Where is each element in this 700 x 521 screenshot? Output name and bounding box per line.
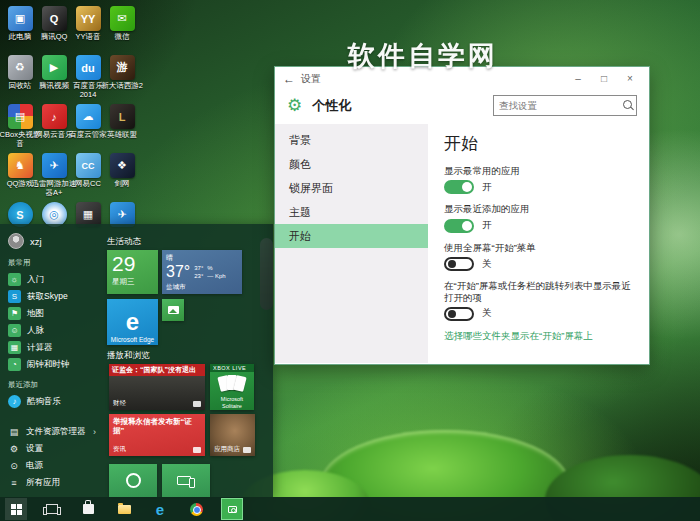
nav-item-start[interactable]: 开始	[275, 224, 428, 248]
footer-item-settings[interactable]: ⚙设置	[8, 440, 96, 457]
menu-item-kugou-music[interactable]: ♪酷狗音乐	[8, 393, 99, 410]
icon-label: 迅雷网游加速器A+	[32, 180, 77, 197]
footer-item-power[interactable]: ⊙电源	[8, 457, 96, 474]
settings-header: ⚙ 个性化	[275, 91, 649, 124]
nav-item-colors[interactable]: 颜色	[275, 152, 428, 176]
menu-item-label: 酷狗音乐	[27, 396, 61, 408]
desktop-icon-recycle-bin[interactable]: ♻回收站	[3, 55, 37, 104]
nav-item-lockscreen[interactable]: 锁屏界面	[275, 176, 428, 200]
desktop-icon-this-pc[interactable]: ▣此电脑	[3, 6, 37, 55]
icon-label: 百度云管家	[69, 131, 107, 140]
baidu-cloud-icon: ☁	[76, 104, 101, 129]
netease-music-icon: ♪	[42, 104, 67, 129]
desktop-icon-netease-music[interactable]: ♪网易云音乐	[37, 104, 71, 153]
netease-cc-icon: CC	[76, 153, 101, 178]
back-arrow-icon[interactable]: ←	[283, 72, 301, 86]
chrome-button[interactable]	[185, 498, 207, 520]
desktop-icon-cbox[interactable]: ▤CBox央视影音	[3, 104, 37, 153]
page-title: 个性化	[312, 97, 351, 115]
jianwang-icon: ❖	[110, 153, 135, 178]
footer-item-file-explorer[interactable]: ▤文件资源管理器›	[8, 423, 96, 440]
kugou-icon: ♪	[8, 395, 21, 408]
menu-item-calculator[interactable]: ▦计算器	[8, 339, 99, 356]
toggle-jumplists[interactable]	[444, 307, 474, 321]
desktop-icon-yy[interactable]: YYYY语音	[71, 6, 105, 55]
close-button[interactable]: ×	[619, 70, 641, 88]
solitaire-cards-icon	[210, 374, 254, 396]
cbox-icon: ▤	[8, 104, 33, 129]
maximize-button[interactable]: □	[593, 70, 615, 88]
choose-folders-link[interactable]: 选择哪些文件夹显示在“开始”屏幕上	[444, 330, 635, 343]
nav-item-themes[interactable]: 主题	[275, 200, 428, 224]
edge-button[interactable]: e	[149, 498, 171, 520]
icon-label: QQ游戏	[7, 180, 34, 189]
menu-item-alarms-clock[interactable]: ◔闹钟和时钟	[8, 356, 99, 373]
desktop-icon-qq[interactable]: Q腾讯QQ	[37, 6, 71, 55]
menu-item-get-skype[interactable]: S获取Skype	[8, 288, 99, 305]
icon-label: 此电脑	[9, 33, 32, 42]
menu-item-label: 闹钟和时钟	[27, 359, 70, 371]
toggle-recently-added[interactable]	[444, 219, 474, 233]
tile-weather[interactable]: 晴 37° 37°23° %— Kph 盐城市	[162, 250, 242, 294]
weather-low: 23°	[194, 272, 203, 280]
tile-photos[interactable]	[162, 299, 184, 321]
start-button[interactable]	[5, 498, 27, 520]
window-title: 设置	[301, 72, 321, 86]
camera-app-button[interactable]	[221, 498, 243, 520]
weather-wind: — Kph	[207, 272, 225, 280]
desktop-icon-lol[interactable]: L英雄联盟	[105, 104, 139, 153]
menu-item-maps[interactable]: ⚑地图	[8, 305, 99, 322]
desktop-icon-xunlei-booster[interactable]: ✈迅雷网游加速器A+	[37, 153, 71, 202]
tile-edge[interactable]: e Microsoft Edge	[107, 299, 158, 345]
icon-label: 剑网	[115, 180, 130, 189]
weather-condition: 晴	[166, 253, 238, 263]
search-box[interactable]	[493, 95, 637, 116]
desktop-icon-baidu-music[interactable]: du百度音乐2014	[71, 55, 105, 104]
nav-item-background[interactable]: 背景	[275, 128, 428, 152]
news-headline: 证监会：“国家队”没有退出	[109, 364, 205, 376]
camera-icon	[228, 506, 237, 513]
footer-item-label: 文件资源管理器	[26, 426, 86, 438]
tile-cortana[interactable]	[109, 464, 157, 497]
desktop-icon-wechat[interactable]: ✉微信	[105, 6, 139, 55]
setting-label: 显示最常用的应用	[444, 165, 635, 176]
tile-calendar[interactable]: 29 星期三	[107, 250, 158, 294]
footer-item-label: 所有应用	[26, 477, 60, 489]
menu-item-people[interactable]: ☺人脉	[8, 322, 99, 339]
tile-store[interactable]: 应用商店	[210, 414, 255, 456]
search-icon[interactable]	[620, 98, 636, 114]
minimize-button[interactable]: –	[567, 70, 589, 88]
toggle-fullscreen-start[interactable]	[444, 257, 474, 271]
setting-row-recently-added: 显示最近添加的应用 开	[444, 203, 635, 232]
footer-item-all-apps[interactable]: ≡所有应用	[8, 474, 96, 491]
user-account[interactable]: xzj	[8, 231, 99, 251]
tile-xbox-solitaire[interactable]: XBOX LIVE MicrosoftSolitaire Collection	[210, 364, 254, 410]
lol-icon: L	[110, 104, 135, 129]
desktop-icon-jianwang[interactable]: ❖剑网	[105, 153, 139, 202]
toggle-state: 开	[482, 181, 492, 194]
tile-news-finance[interactable]: 证监会：“国家队”没有退出 财经	[109, 364, 205, 410]
desktop-icon-tencent-video[interactable]: ▶腾讯视频	[37, 55, 71, 104]
start-menu-left-column: xzj 最常用 ☼入门 S获取Skype ⚑地图 ☺人脉 ▦计算器 ◔闹钟和时钟…	[0, 224, 99, 497]
desktop-icon-netease-cc[interactable]: CC网易CC	[71, 153, 105, 202]
task-view-button[interactable]	[41, 498, 63, 520]
taskbar: e	[0, 497, 700, 521]
desktop-icon-xdhxy2[interactable]: 游新大话西游2	[105, 55, 139, 104]
search-input[interactable]	[494, 100, 620, 111]
store-button[interactable]	[77, 498, 99, 520]
menu-item-label: 入门	[27, 274, 44, 286]
tile-news-zixun[interactable]: 举报释永信者发布新“证据” 资讯	[109, 414, 205, 456]
toggle-state: 关	[482, 258, 492, 271]
section-recently-added: 最近添加	[8, 380, 99, 390]
tile-phone-companion[interactable]	[162, 464, 210, 497]
desktop-icon-baidu-cloud[interactable]: ☁百度云管家	[71, 104, 105, 153]
store-thumb-icon	[243, 447, 251, 453]
settings-nav: 背景 颜色 锁屏界面 主题 开始	[275, 124, 428, 363]
menu-item-get-started[interactable]: ☼入门	[8, 271, 99, 288]
file-explorer-button[interactable]	[113, 498, 135, 520]
menu-item-label: 获取Skype	[27, 291, 68, 303]
setting-label: 在“开始”屏幕或任务栏的跳转列表中显示最近打开的项	[444, 280, 635, 303]
edge-label: Microsoft Edge	[107, 336, 158, 343]
toggle-most-used[interactable]	[444, 180, 474, 194]
window-title-bar[interactable]: ← 设置 – □ ×	[275, 67, 649, 91]
